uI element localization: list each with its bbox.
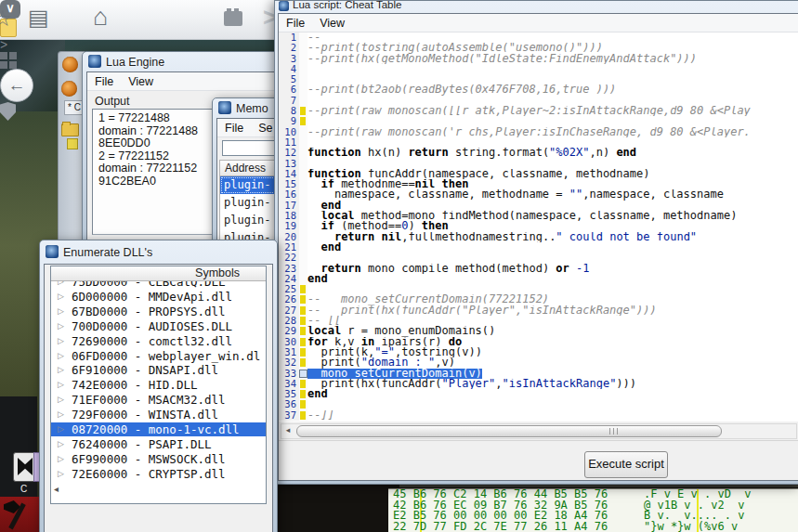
code-cell: --]]	[307, 410, 798, 421]
dll-entry-text: 6D000000 - MMDevApi.dll	[72, 290, 232, 304]
gutter-cell	[299, 201, 307, 211]
script-editor[interactable]: 1--2--print(tostring(autoAssemble("usemo…	[279, 32, 798, 422]
gutter-cell	[299, 284, 307, 294]
gutter-cell	[299, 84, 307, 95]
dll-list[interactable]: Symbols ◂ ▷75DD0000 - CLBCatQ.DLL▷6D0000…	[50, 266, 267, 504]
dll-entry-text: 72E60000 - CRYPTSP.dll	[72, 467, 226, 481]
scroll-left-arrow-icon[interactable]: ◂	[54, 484, 59, 494]
editor-horizontal-scrollbar[interactable]: ◂	[281, 423, 797, 439]
scrollbar-thumb[interactable]	[296, 425, 722, 437]
gutter-cell	[299, 148, 307, 158]
bookmark-star-icon[interactable]: ☆	[0, 6, 13, 32]
code-text: --print(bt2aob(readBytes(0x476F708,16,tr…	[307, 84, 616, 95]
dll-list-item[interactable]: ▷06FD0000 - webplayer_win.dl	[51, 349, 266, 363]
chevron-icon: >	[0, 37, 274, 52]
editor-line: 5	[279, 74, 798, 84]
menu-view[interactable]: View	[121, 74, 161, 89]
editor-line: 29local r = mono_enumDomains()	[279, 326, 798, 336]
folder-icon[interactable]	[61, 123, 79, 136]
expand-triangle-icon[interactable]: ▷	[58, 349, 64, 363]
expand-triangle-icon[interactable]: ▷	[58, 305, 64, 318]
code-cell: -- mono_setCurrentDomain(77221152)	[307, 294, 798, 305]
hex-row: 22 7D 77 FD 2C 7E 77 26 11 A4 76"}w *}w …	[388, 522, 798, 532]
gutter-cell	[299, 179, 307, 189]
script-bottom-panel: Execute script	[279, 440, 798, 480]
expand-triangle-icon[interactable]: ▷	[58, 319, 64, 333]
expand-triangle-icon[interactable]: ▷	[58, 334, 64, 348]
dll-list-item[interactable]: ▷71EF0000 - MSACM32.dll	[51, 393, 266, 407]
hud-weapon-panel	[0, 497, 39, 532]
editor-line: 7	[279, 96, 798, 106]
gutter-cell	[299, 106, 307, 116]
gutter-cell	[299, 137, 307, 148]
code-text: if methodnme==nil then	[307, 179, 468, 189]
expand-triangle-icon[interactable]: ▷	[58, 290, 64, 304]
expand-triangle-icon[interactable]: ▷	[58, 378, 64, 392]
hex-memory-view[interactable]: 45 B6 76 C2 14 B6 76 44 B5 B5 76.F v E v…	[388, 488, 798, 532]
code-cell: --print(bt2aob(readBytes(0x476F708,16,tr…	[307, 84, 798, 95]
line-number: 12	[279, 148, 299, 158]
gutter-cell	[299, 379, 307, 389]
dll-list-item[interactable]: ▷67BD0000 - PROPSYS.dll	[51, 305, 266, 318]
code-cell: if (method==0) then	[307, 221, 798, 231]
code-cell: for k,v in ipairs(r) do	[307, 337, 798, 347]
code-cell: --print(raw_monoscan('r_chs,Player:isInC…	[307, 127, 798, 137]
cheat-engine-logo-icon[interactable]	[61, 81, 77, 97]
dll-list-item[interactable]: ▷76240000 - PSAPI.DLL	[51, 437, 266, 451]
dll-list-item[interactable]: ▷6F910000 - DNSAPI.dll	[51, 363, 266, 377]
code-text: -- mono_setCurrentDomain(77221152)	[307, 294, 549, 305]
code-cell: print("domain : ",v)	[307, 357, 798, 368]
menu-view[interactable]: View	[312, 16, 352, 31]
home-icon[interactable]: ⌂	[93, 3, 108, 32]
editor-line: 34 print(hx(funcAddr("Player","isInAttac…	[279, 379, 798, 389]
menu-file[interactable]: File	[279, 16, 312, 31]
editor-line: 6--print(bt2aob(readBytes(0x476F708,16,t…	[279, 84, 798, 95]
editor-line: 35end	[279, 389, 798, 399]
dll-list-item[interactable]: ▷729F0000 - WINSTA.dll	[51, 408, 266, 422]
code-text: function funcAddr(namespace, classname, …	[307, 169, 649, 179]
enumerate-titlebar[interactable]: Enumerate DLL's	[40, 240, 277, 264]
line-number: 19	[279, 221, 299, 231]
gutter-marker-icon	[299, 370, 307, 378]
expand-triangle-icon[interactable]: ▷	[58, 437, 64, 451]
expand-triangle-icon[interactable]: ▷	[58, 363, 64, 377]
dll-list-item[interactable]: ▷72690000 - comctl32.dll	[51, 334, 266, 348]
tile-grid-icon[interactable]	[0, 52, 17, 69]
dll-list-item[interactable]: ▷08720000 - mono-1-vc.dll	[51, 422, 266, 436]
expand-triangle-icon[interactable]: ▷	[58, 422, 64, 436]
menu-file[interactable]: File	[87, 74, 121, 89]
gutter-cell	[299, 189, 307, 200]
file-icon[interactable]	[67, 138, 78, 149]
expand-triangle-icon[interactable]: ▷	[58, 467, 64, 481]
code-text: end	[307, 242, 341, 253]
code-text: --print(tostring(autoAssemble("usemono()…	[307, 43, 603, 53]
expand-triangle-icon[interactable]: ▷	[58, 393, 64, 407]
menu-file[interactable]: File	[217, 121, 251, 136]
dll-list-item[interactable]: ▷742E0000 - HID.DLL	[51, 378, 266, 392]
code-text: function hx(n) return string.format("%02…	[307, 148, 636, 158]
dll-list-item[interactable]: ▷72E60000 - CRYPTSP.dll	[51, 467, 266, 481]
reading-list-icon[interactable]: ▤	[28, 5, 49, 31]
symbols-column-header[interactable]: Symbols	[51, 266, 266, 281]
dll-list-item[interactable]: ▷6D000000 - MMDevApi.dll	[51, 290, 266, 304]
dll-list-item[interactable]: ▷6F990000 - MSWSOCK.dll	[51, 452, 266, 466]
scroll-left-arrow-icon[interactable]: ◂	[281, 424, 294, 436]
extension-brick-icon[interactable]	[224, 11, 242, 26]
expand-triangle-icon[interactable]: ▷	[58, 452, 64, 466]
dll-entry-text: 72690000 - comctl32.dll	[72, 334, 232, 348]
gutter-cell	[299, 32, 307, 43]
modified-mark-icon	[300, 317, 306, 325]
code-cell: mono_setCurrentDomain(v)	[307, 369, 798, 379]
execute-script-button[interactable]: Execute script	[584, 451, 668, 478]
code-text: --	[307, 32, 321, 43]
expand-triangle-icon[interactable]: ▷	[58, 408, 64, 422]
code-cell: return mono_compile_method(method) or -1	[307, 264, 798, 274]
dll-list-item[interactable]: ▷700D0000 - AUDIOSES.DLL	[51, 319, 266, 333]
code-cell: end	[307, 242, 798, 253]
hud-slot-keybind: C	[20, 484, 27, 494]
back-button[interactable]: ←	[0, 69, 33, 102]
script-titlebar[interactable]: Lua script: Cheat Table	[275, 1, 798, 13]
hex-bytes: 22 7D 77 FD 2C 7E 77 26 11 A4 76	[393, 522, 608, 532]
editor-line: 9	[279, 116, 798, 126]
window-title: Memo	[236, 102, 268, 115]
